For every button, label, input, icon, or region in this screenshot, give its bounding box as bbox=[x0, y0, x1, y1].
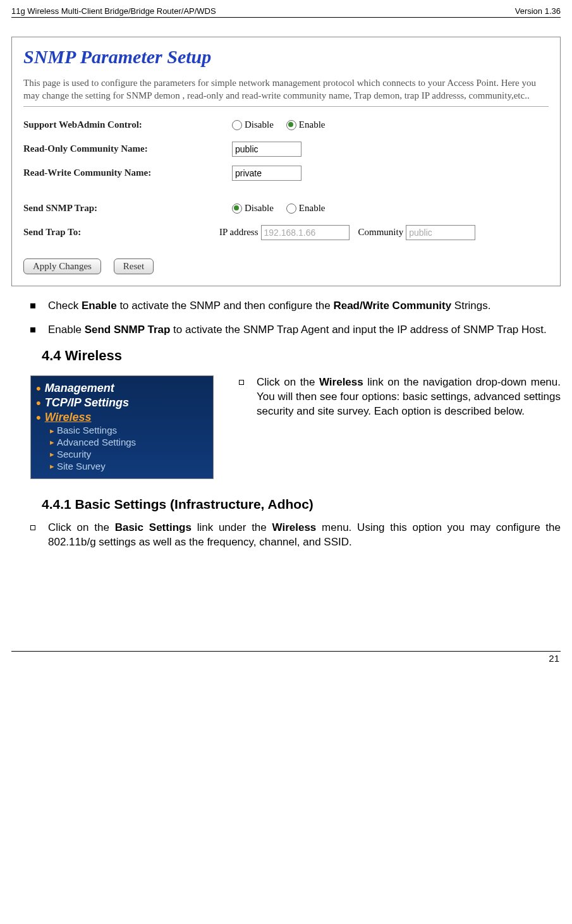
wireless-description: Click on the Wireless link on the naviga… bbox=[239, 375, 561, 419]
basic-settings-description: Click on the Basic Settings link under t… bbox=[30, 521, 561, 550]
readwrite-community-label: Read-Write Community Name: bbox=[23, 167, 232, 178]
community-label: Community bbox=[358, 227, 404, 238]
nav-wireless[interactable]: Wireless bbox=[45, 411, 92, 424]
bullet-icon bbox=[30, 303, 35, 308]
ip-address-label: IP address bbox=[219, 227, 259, 238]
text-bold: Enable bbox=[82, 300, 117, 312]
page-number: 21 bbox=[11, 652, 561, 664]
snmp-config-panel: SNMP Parameter Setup This page is used t… bbox=[11, 37, 561, 286]
nav-tcpip[interactable]: TCP/IP Settings bbox=[45, 396, 129, 410]
navigation-menu: •Management •TCP/IP Settings •Wireless ▸… bbox=[30, 375, 214, 479]
send-trap-enable-label: Enable bbox=[299, 203, 326, 214]
send-trap-enable-radio[interactable] bbox=[286, 204, 296, 214]
bullet-icon bbox=[30, 525, 35, 530]
trap-community-input[interactable]: public bbox=[406, 225, 475, 240]
bullet-icon: • bbox=[36, 384, 41, 393]
divider bbox=[23, 106, 549, 107]
readonly-community-label: Read-Only Community Name: bbox=[23, 143, 232, 154]
send-trap-label: Send SNMP Trap: bbox=[23, 203, 232, 214]
snmp-description: This page is used to configure the param… bbox=[23, 76, 549, 102]
text: Click on the bbox=[257, 376, 319, 388]
readwrite-community-input[interactable]: private bbox=[232, 166, 301, 181]
chevron-right-icon: ▸ bbox=[50, 461, 54, 471]
heading-4-4-1: 4.4.1 Basic Settings (Infrastructure, Ad… bbox=[42, 497, 561, 512]
trap-ip-input[interactable]: 192.168.1.66 bbox=[261, 225, 350, 240]
nav-basic-settings[interactable]: Basic Settings bbox=[57, 425, 117, 437]
text: Enable bbox=[48, 324, 85, 336]
chevron-right-icon: ▸ bbox=[50, 426, 54, 436]
header-divider bbox=[11, 17, 561, 18]
text: to activate the SNMP and then configure … bbox=[117, 300, 334, 312]
nav-advanced-settings[interactable]: Advanced Settings bbox=[57, 437, 136, 449]
bullet-enable-snmp: Check Enable to activate the SNMP and th… bbox=[30, 299, 561, 313]
bullet-icon: • bbox=[36, 399, 41, 408]
chevron-right-icon: ▸ bbox=[50, 449, 54, 459]
bullet-icon: • bbox=[36, 413, 41, 422]
bullet-send-trap: Enable Send SNMP Trap to activate the SN… bbox=[30, 323, 561, 337]
webadmin-label: Support WebAdmin Control: bbox=[23, 119, 232, 130]
webadmin-enable-radio[interactable] bbox=[286, 120, 296, 130]
text-bold: Send SNMP Trap bbox=[85, 324, 171, 336]
nav-site-survey[interactable]: Site Survey bbox=[57, 461, 106, 473]
bullet-icon bbox=[30, 327, 35, 332]
heading-4-4: 4.4 Wireless bbox=[42, 348, 561, 364]
text: Strings. bbox=[451, 300, 490, 312]
text-bold: Basic Settings bbox=[115, 521, 192, 533]
text: link under the bbox=[192, 521, 272, 533]
reset-button[interactable]: Reset bbox=[114, 258, 154, 274]
text: Click on the bbox=[48, 521, 115, 533]
nav-management[interactable]: Management bbox=[45, 382, 114, 395]
send-trap-to-label: Send Trap To: bbox=[23, 227, 219, 238]
text-bold: Wireless bbox=[272, 521, 317, 533]
readonly-community-input[interactable]: public bbox=[232, 142, 301, 157]
webadmin-disable-label: Disable bbox=[245, 119, 274, 130]
chevron-right-icon: ▸ bbox=[50, 437, 54, 447]
apply-changes-button[interactable]: Apply Changes bbox=[23, 258, 101, 274]
nav-security[interactable]: Security bbox=[57, 449, 91, 461]
bullet-icon bbox=[239, 380, 244, 385]
send-trap-disable-label: Disable bbox=[245, 203, 274, 214]
text-bold: Read/Write Community bbox=[333, 300, 451, 312]
header-left: 11g Wireless Multi-Client Bridge/Bridge … bbox=[11, 6, 216, 16]
text: Check bbox=[48, 300, 82, 312]
webadmin-disable-radio[interactable] bbox=[232, 120, 242, 130]
header-right: Version 1.36 bbox=[515, 6, 561, 16]
text: to activate the SNMP Trap Agent and inpu… bbox=[170, 324, 546, 336]
text-bold: Wireless bbox=[319, 376, 363, 388]
webadmin-enable-label: Enable bbox=[299, 119, 326, 130]
send-trap-disable-radio[interactable] bbox=[232, 204, 242, 214]
snmp-title: SNMP Parameter Setup bbox=[23, 46, 549, 68]
